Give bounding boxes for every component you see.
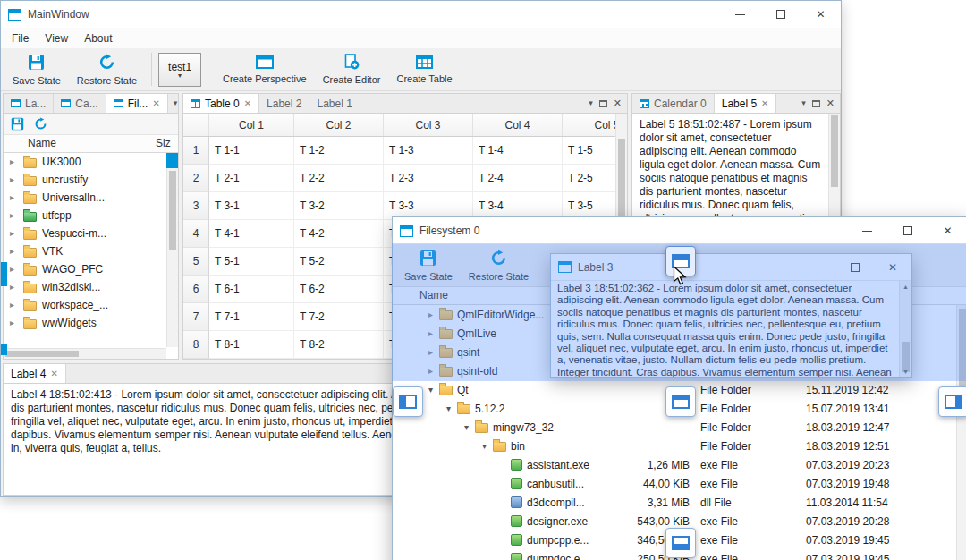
row-header[interactable]: 1 xyxy=(183,137,209,165)
dock-close-icon[interactable]: ✕ xyxy=(614,98,622,108)
table-cell[interactable]: T 8-2 xyxy=(294,331,384,359)
tab-label1[interactable]: Label 1 xyxy=(309,94,360,113)
row-header[interactable]: 5 xyxy=(183,248,209,276)
expand-chevron-icon[interactable]: ▸ xyxy=(10,175,18,184)
restore-state-button[interactable]: Restore State xyxy=(69,50,145,89)
table-cell[interactable]: T 5-2 xyxy=(294,248,384,276)
menu-about[interactable]: About xyxy=(77,30,119,47)
autohide-sidebar-tab[interactable] xyxy=(1,262,7,286)
tab-calendar1[interactable]: Ca... xyxy=(54,94,106,113)
table-cell[interactable]: T 7-2 xyxy=(294,303,384,331)
dock-indicator-right[interactable] xyxy=(938,386,966,417)
tree-item[interactable]: ▸workspace_... xyxy=(4,296,166,314)
expand-chevron-icon[interactable]: ▾ xyxy=(446,404,454,413)
tree-item[interactable]: ▸WAGO_PFC xyxy=(4,260,166,278)
scrollbar-thumb[interactable] xyxy=(5,351,79,357)
table-cell[interactable]: T 2-3 xyxy=(384,165,473,192)
expand-chevron-icon[interactable]: ▸ xyxy=(10,247,18,256)
row-header[interactable]: 7 xyxy=(183,303,209,331)
expand-chevron-icon[interactable]: ▾ xyxy=(428,386,436,395)
row-header[interactable]: 2 xyxy=(183,165,209,192)
tab-label2[interactable]: Label 2 xyxy=(259,94,309,113)
tab-label4[interactable]: Label 4 ✕ xyxy=(4,364,66,383)
tab-close-icon[interactable]: ✕ xyxy=(152,99,159,108)
menu-file[interactable]: File xyxy=(4,30,36,47)
float-icon[interactable] xyxy=(812,100,820,107)
tree-header[interactable]: Name Size xyxy=(4,135,178,153)
tree-item[interactable]: ▸wwWidgets xyxy=(4,314,166,332)
dock-indicator-left[interactable] xyxy=(393,386,423,417)
table-cell[interactable]: T 5-1 xyxy=(209,248,294,276)
dock-close-icon[interactable]: ✕ xyxy=(826,98,835,108)
table-cell[interactable]: T 1-2 xyxy=(294,137,384,165)
tab-filesystem[interactable]: Fil... ✕ xyxy=(106,94,168,113)
column-header[interactable]: Col 1 xyxy=(209,114,294,136)
column-header-size[interactable]: Size xyxy=(156,137,171,149)
tree-restore-button[interactable] xyxy=(31,115,49,133)
table-cell[interactable]: T 4-2 xyxy=(294,220,384,248)
tab-calendar0[interactable]: Calendar 0 xyxy=(632,94,715,113)
fs-tree-item[interactable]: d3dcompil...3,31 MiBdll File11.03.2014 1… xyxy=(393,493,966,512)
minimize-button[interactable] xyxy=(720,1,760,28)
expand-chevron-icon[interactable]: ▸ xyxy=(10,211,18,220)
autohide-sidebar-tab[interactable] xyxy=(1,344,7,355)
expand-chevron-icon[interactable]: ▸ xyxy=(10,157,18,166)
scrollbar-thumb[interactable] xyxy=(169,171,176,250)
save-state-button[interactable]: Save State xyxy=(4,50,69,89)
table-cell[interactable]: T 2-2 xyxy=(294,165,384,192)
tab-close-icon[interactable]: ✕ xyxy=(761,99,768,108)
expand-chevron-icon[interactable]: ▸ xyxy=(10,229,18,238)
tabs-menu-icon[interactable]: ▾ xyxy=(174,99,178,107)
expand-chevron-icon[interactable]: ▾ xyxy=(464,423,472,432)
table-cell[interactable]: T 3-1 xyxy=(209,192,294,220)
column-header[interactable]: Col 2 xyxy=(294,114,384,136)
create-table-button[interactable]: Create Table xyxy=(388,50,460,89)
row-header[interactable]: 4 xyxy=(183,220,209,248)
row-header[interactable]: 8 xyxy=(183,331,209,359)
perspective-combobox[interactable]: test1 ▾ xyxy=(158,53,201,87)
table-cell[interactable]: T 1-3 xyxy=(384,137,473,165)
expand-chevron-icon[interactable]: ▾ xyxy=(482,442,490,451)
tabs-menu-icon[interactable]: ▾ xyxy=(801,99,806,107)
scrollbar-thumb[interactable] xyxy=(831,115,838,187)
tab-table0[interactable]: Table 0 ✕ xyxy=(183,94,259,113)
table-cell[interactable]: T 1-1 xyxy=(209,137,294,165)
table-cell[interactable]: T 7-1 xyxy=(209,303,294,331)
float-icon[interactable] xyxy=(599,100,607,107)
expand-chevron-icon[interactable]: ▸ xyxy=(10,301,18,310)
filesystem-titlebar[interactable]: Filesystem 0 ✕ xyxy=(393,217,966,244)
table-cell[interactable]: T 6-2 xyxy=(294,276,384,303)
tree-item[interactable]: ▸uncrustify xyxy=(4,171,166,189)
maximize-button[interactable] xyxy=(887,217,928,244)
dock-indicator-bottom[interactable] xyxy=(665,528,696,558)
fs-tree-item[interactable]: canbusutil...44,00 KiBexe File07.03.2019… xyxy=(393,474,966,493)
expand-chevron-icon[interactable]: ▸ xyxy=(10,265,18,274)
column-header[interactable]: Col 4 xyxy=(473,114,563,136)
main-window-titlebar[interactable]: MainWindow ✕ xyxy=(1,1,841,28)
column-header-name[interactable]: Name xyxy=(28,137,56,149)
column-header[interactable]: Col 3 xyxy=(384,114,473,136)
expand-chevron-icon[interactable]: ▸ xyxy=(10,193,18,202)
table-cell[interactable]: T 1-4 xyxy=(473,137,563,165)
tree-item[interactable]: ▸Vespucci-m... xyxy=(4,225,166,242)
tree-item[interactable]: ▸utfcpp xyxy=(4,207,166,225)
fs-tree-item[interactable]: assistant.exe1,26 MiBexe File07.03.2019 … xyxy=(393,455,966,474)
tree-item[interactable]: ▸win32diski... xyxy=(4,278,166,296)
table-cell[interactable]: T 2-4 xyxy=(473,165,563,192)
minimize-button[interactable] xyxy=(847,217,887,244)
tree-save-button[interactable] xyxy=(8,115,26,133)
tab-close-icon[interactable]: ✕ xyxy=(50,369,57,378)
tree-item[interactable]: ▸UK3000 xyxy=(4,153,166,171)
close-button[interactable]: ✕ xyxy=(801,1,841,28)
table-cell[interactable]: T 3-2 xyxy=(294,192,384,220)
tabs-menu-icon[interactable]: ▾ xyxy=(589,99,593,107)
table-cell[interactable]: T 2-1 xyxy=(209,165,294,192)
tab-label5[interactable]: Label 5 ✕ xyxy=(715,94,777,113)
maximize-button[interactable] xyxy=(760,1,801,28)
tab-close-icon[interactable]: ✕ xyxy=(244,99,251,108)
tree-horizontal-scrollbar[interactable] xyxy=(4,348,166,359)
close-button[interactable]: ✕ xyxy=(928,217,966,244)
expand-chevron-icon[interactable]: ▸ xyxy=(10,283,18,292)
fs-tree-item[interactable]: ▾binFile Folder18.03.2019 12:51 xyxy=(393,437,966,455)
row-header[interactable]: 6 xyxy=(183,276,209,303)
